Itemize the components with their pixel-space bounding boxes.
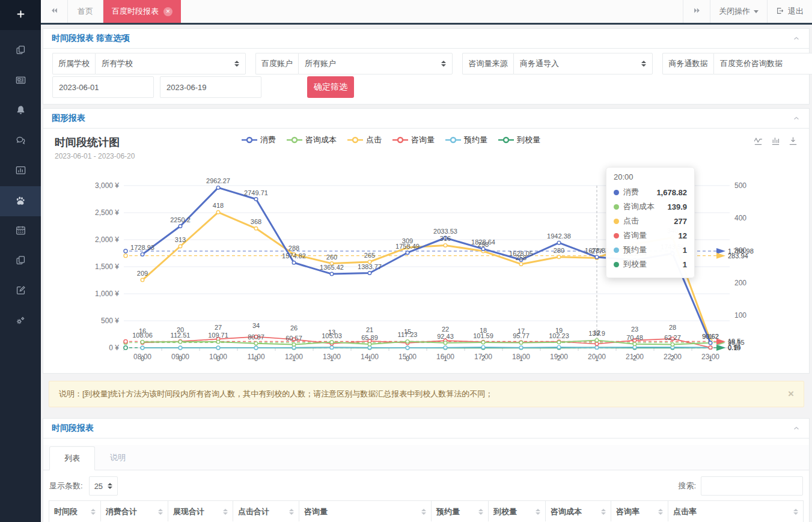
legend-item-到校量[interactable]: 到校量: [498, 135, 540, 145]
date-to-input[interactable]: 2023-06-19: [160, 76, 261, 98]
filter-select-0[interactable]: 所有学校: [95, 53, 246, 74]
svg-text:34: 34: [252, 322, 260, 329]
svg-text:90.62: 90.62: [702, 333, 719, 340]
table-tab-1[interactable]: 说明: [95, 446, 141, 470]
filter-collapse-icon[interactable]: [792, 34, 801, 43]
svg-text:27: 27: [215, 324, 222, 331]
add-button[interactable]: [0, 0, 41, 30]
svg-text:2: 2: [557, 354, 561, 362]
close-actions-menu[interactable]: 关闭操作: [710, 0, 767, 23]
navbar-divider: [41, 23, 812, 25]
line-chart-tool-icon[interactable]: [753, 136, 763, 146]
filter-submit-button[interactable]: 确定筛选: [307, 76, 354, 98]
sidebar-item-statistics[interactable]: [0, 156, 41, 186]
tab-home[interactable]: 首页: [68, 0, 103, 23]
legend-marker-icon: [242, 136, 257, 144]
legend-item-点击[interactable]: 点击: [347, 135, 382, 145]
table-collapse-icon[interactable]: [792, 424, 801, 432]
column-header-3[interactable]: 点击合计: [233, 501, 299, 522]
svg-text:200: 200: [734, 279, 746, 287]
column-label: 点击合计: [238, 506, 269, 517]
svg-text:1942.38: 1942.38: [547, 232, 571, 240]
sidebar-item-documents[interactable]: [0, 36, 41, 66]
svg-text:283.94: 283.94: [728, 252, 748, 259]
logout-button[interactable]: 退出: [767, 0, 812, 23]
tab-baidu-time-report[interactable]: 百度时段报表 ✕: [103, 0, 181, 23]
sidebar-item-news[interactable]: [0, 66, 41, 96]
column-header-7[interactable]: 咨询成本: [546, 501, 611, 522]
column-header-4[interactable]: 咨询量: [299, 501, 432, 522]
column-header-2[interactable]: 展现合计: [168, 501, 233, 522]
chart-panel-title: 图形报表: [52, 113, 85, 124]
svg-text:1: 1: [444, 355, 447, 362]
tooltip-row: 消费 1,678.82: [614, 185, 687, 199]
logout-label: 退出: [788, 6, 804, 17]
tabs-scroll-left-button[interactable]: [41, 0, 68, 23]
tooltip-series-name: 到校量: [623, 259, 647, 270]
filter-select-3[interactable]: 百度竞价咨询数据: [713, 53, 812, 74]
svg-text:1: 1: [292, 355, 296, 362]
sort-icon: [475, 509, 483, 515]
table-tab-0[interactable]: 列表: [49, 446, 95, 470]
svg-text:1383.77: 1383.77: [358, 263, 382, 270]
svg-text:0: 0: [254, 355, 258, 362]
search-input[interactable]: [701, 476, 803, 496]
search-wrap: 搜索:: [678, 476, 803, 496]
svg-text:101.59: 101.59: [473, 332, 493, 339]
legend-item-预约量[interactable]: 预约量: [445, 135, 487, 145]
svg-text:288: 288: [288, 244, 299, 252]
logout-icon: [776, 7, 784, 17]
bar-chart-tool-icon[interactable]: [771, 136, 781, 146]
svg-text:2: 2: [671, 354, 674, 362]
download-tool-icon[interactable]: [788, 136, 798, 146]
column-header-0[interactable]: 时间段: [49, 501, 101, 522]
sidebar-item-settings[interactable]: [0, 306, 41, 336]
double-chevron-left-icon: [50, 6, 59, 17]
sort-icon: [790, 509, 798, 515]
sidebar-item-notifications[interactable]: [0, 96, 41, 126]
select-caret-icon: [234, 61, 239, 67]
legend-item-消费[interactable]: 消费: [242, 135, 276, 145]
sidebar-item-messages[interactable]: [0, 126, 41, 156]
svg-text:3,000 ¥: 3,000 ¥: [95, 181, 119, 190]
svg-text:100: 100: [734, 311, 746, 320]
sidebar-item-editor[interactable]: [0, 276, 41, 306]
sidebar-item-schedule[interactable]: [0, 216, 41, 246]
legend-label: 预约量: [464, 135, 487, 145]
notice-close-icon[interactable]: ×: [788, 388, 794, 400]
series-dot-icon: [614, 219, 619, 224]
legend-item-咨询成本[interactable]: 咨询成本: [287, 135, 337, 145]
chart-panel: 图形报表 时间段统计图 2023-06-01 - 2023-06-20 消费 咨…: [43, 108, 810, 374]
chart-collapse-icon[interactable]: [792, 114, 801, 123]
sidebar-item-baidu-reports[interactable]: [0, 186, 41, 216]
svg-text:1828.64: 1828.64: [471, 238, 495, 246]
column-header-8[interactable]: 咨询率: [611, 501, 668, 522]
svg-text:0: 0: [216, 355, 220, 362]
column-header-9[interactable]: 点击率: [668, 501, 804, 522]
svg-text:95.77: 95.77: [513, 332, 530, 339]
filter-select-2[interactable]: 商务通导入: [513, 53, 653, 74]
filter-select-value: 所有账户: [305, 58, 336, 69]
column-label: 时间段: [54, 506, 78, 517]
bar-chart-icon: [15, 165, 26, 178]
page-size-select[interactable]: 25: [89, 476, 118, 496]
column-header-1[interactable]: 消费合计: [101, 501, 168, 522]
legend-item-咨询量[interactable]: 咨询量: [392, 135, 435, 145]
sidebar-item-reports[interactable]: [0, 246, 41, 276]
legend-label: 咨询成本: [305, 135, 337, 145]
svg-text:109.71: 109.71: [208, 332, 228, 339]
tooltip-series-name: 预约量: [623, 244, 647, 255]
tab-close-icon[interactable]: ✕: [163, 7, 172, 16]
tabs-scroll-right-button[interactable]: [683, 0, 710, 23]
sidebar-menu: [0, 36, 41, 336]
tooltip-series-value: 1: [683, 260, 687, 269]
paw-icon: [14, 195, 26, 208]
filter-select-1[interactable]: 所有账户: [298, 53, 453, 74]
column-header-6[interactable]: 到校量: [489, 501, 546, 522]
filter-label: 所属学校: [52, 53, 95, 74]
svg-text:26: 26: [290, 324, 298, 332]
column-header-5[interactable]: 预约量: [432, 501, 489, 522]
svg-text:108.06: 108.06: [132, 332, 153, 339]
chart-toolbox: [753, 136, 798, 146]
date-from-input[interactable]: 2023-06-01: [52, 76, 154, 98]
